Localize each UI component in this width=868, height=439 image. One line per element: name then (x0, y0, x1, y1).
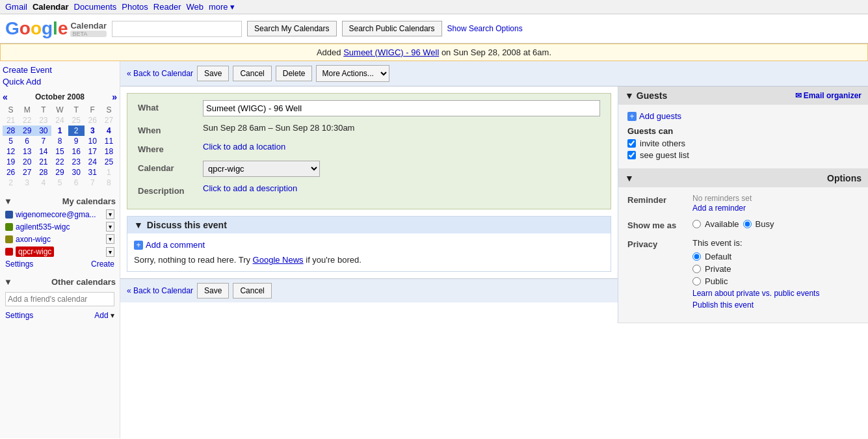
nav-web[interactable]: Web (186, 2, 204, 12)
mini-cal-cell[interactable]: 26 (85, 115, 101, 126)
calendar-menu-axon[interactable]: ▾ (106, 234, 114, 244)
mini-cal-cell[interactable]: 13 (19, 146, 35, 157)
mini-cal-cell[interactable]: 10 (85, 136, 101, 146)
mini-cal-cell[interactable]: 12 (3, 146, 19, 157)
mini-cal-cell[interactable]: 6 (68, 178, 85, 188)
where-link[interactable]: Click to add a location (203, 142, 285, 152)
mini-cal-cell[interactable]: 1 (51, 126, 68, 136)
search-input[interactable] (112, 21, 242, 37)
add-reminder-link[interactable]: Add a reminder (692, 204, 746, 213)
mini-cal-cell[interactable]: 3 (85, 126, 101, 136)
mini-cal-cell[interactable]: 11 (101, 136, 117, 146)
calendar-link-agilent[interactable]: agilent535-wigc (16, 222, 70, 232)
calendar-link-wigenomecore[interactable]: wigenomecore@gma... (16, 210, 96, 219)
mini-cal-cell[interactable]: 25 (101, 157, 117, 167)
mini-cal-cell[interactable]: 14 (35, 146, 51, 157)
add-friend-calendar-input[interactable] (5, 292, 114, 306)
options-header[interactable]: ▼ Options (618, 169, 868, 187)
bottom-cancel-button[interactable]: Cancel (233, 283, 271, 299)
invite-others-checkbox[interactable] (627, 139, 636, 148)
notification-event-link[interactable]: Sumeet (WIGC) - 96 Well (343, 47, 439, 57)
mini-cal-cell[interactable]: 16 (68, 146, 85, 157)
mini-cal-cell[interactable]: 20 (19, 157, 35, 167)
see-guest-list-checkbox[interactable] (627, 151, 636, 159)
discuss-header[interactable]: ▼ Discuss this event (127, 217, 611, 233)
nav-gmail[interactable]: Gmail (5, 2, 27, 12)
nav-documents[interactable]: Documents (74, 2, 117, 12)
my-calendars-header[interactable]: ▼ My calendars (3, 194, 117, 208)
nav-calendar[interactable]: Calendar (33, 2, 69, 12)
learn-about-link[interactable]: Learn about private vs. public events (692, 289, 859, 298)
calendar-select[interactable]: qpcr-wigc wigenomecore@gma... agilent535… (203, 161, 320, 177)
mini-cal-next[interactable]: » (112, 92, 117, 102)
cancel-button[interactable]: Cancel (233, 66, 271, 81)
busy-radio[interactable] (743, 220, 752, 228)
guests-header[interactable]: ▼ Guests ✉ Email organizer (618, 86, 868, 105)
mini-cal-cell[interactable]: 4 (35, 178, 51, 188)
mini-cal-cell[interactable]: 22 (19, 115, 35, 126)
email-organizer-link[interactable]: ✉ Email organizer (795, 91, 861, 100)
add-guests-link[interactable]: + Add guests (627, 111, 859, 121)
available-radio[interactable] (692, 220, 701, 228)
google-news-link[interactable]: Google News (253, 255, 304, 265)
mini-cal-cell[interactable]: 21 (35, 157, 51, 167)
delete-button[interactable]: Delete (276, 66, 313, 81)
calendar-menu-wigenomecore[interactable]: ▾ (106, 209, 114, 219)
mini-cal-cell[interactable]: 23 (35, 115, 51, 126)
show-search-options-link[interactable]: Show Search Options (447, 24, 523, 33)
search-public-calendars-button[interactable]: Search Public Calendars (342, 21, 442, 36)
mini-cal-cell[interactable]: 7 (85, 178, 101, 188)
other-settings-link[interactable]: Settings (5, 311, 33, 320)
mini-cal-cell[interactable]: 22 (51, 157, 68, 167)
mini-cal-cell[interactable]: 25 (68, 115, 85, 126)
settings-link[interactable]: Settings (5, 259, 33, 269)
mini-cal-cell[interactable]: 7 (35, 136, 51, 146)
nav-photos[interactable]: Photos (122, 2, 148, 12)
mini-cal-cell[interactable]: 8 (101, 178, 117, 188)
nav-reader[interactable]: Reader (153, 2, 181, 12)
bottom-save-button[interactable]: Save (197, 283, 229, 299)
mini-cal-cell[interactable]: 29 (51, 167, 68, 178)
create-calendar-link[interactable]: Create (91, 259, 114, 269)
calendar-menu-agilent[interactable]: ▾ (106, 222, 114, 232)
mini-cal-cell[interactable]: 24 (51, 115, 68, 126)
mini-cal-cell[interactable]: 28 (35, 167, 51, 178)
other-add-link[interactable]: Add (94, 311, 108, 320)
default-privacy-radio[interactable] (692, 252, 701, 261)
mini-cal-cell[interactable]: 2 (68, 126, 85, 136)
mini-cal-cell[interactable]: 28 (3, 126, 19, 136)
more-actions-select[interactable]: More Actions... Duplicate event Email gu… (316, 65, 389, 82)
mini-cal-cell[interactable]: 19 (3, 157, 19, 167)
mini-cal-cell[interactable]: 24 (85, 157, 101, 167)
mini-cal-cell[interactable]: 29 (19, 126, 35, 136)
nav-more[interactable]: more ▾ (209, 2, 235, 12)
mini-cal-cell[interactable]: 9 (68, 136, 85, 146)
calendar-link-axon[interactable]: axon-wigc (16, 235, 51, 244)
add-comment-link[interactable]: + Add a comment (134, 240, 604, 250)
private-privacy-radio[interactable] (692, 265, 701, 273)
mini-cal-cell[interactable]: 26 (3, 167, 19, 178)
mini-cal-cell[interactable]: 23 (68, 157, 85, 167)
other-calendars-header[interactable]: ▼ Other calendars (3, 275, 117, 289)
save-button[interactable]: Save (197, 66, 229, 81)
mini-cal-cell[interactable]: 8 (51, 136, 68, 146)
mini-cal-cell[interactable]: 15 (51, 146, 68, 157)
mini-cal-cell[interactable]: 30 (68, 167, 85, 178)
mini-cal-cell[interactable]: 6 (19, 136, 35, 146)
bottom-back-link[interactable]: « Back to Calendar (127, 286, 193, 295)
publish-link[interactable]: Publish this event (692, 300, 859, 310)
create-event-link[interactable]: Create Event (3, 65, 117, 75)
description-link[interactable]: Click to add a description (203, 183, 297, 193)
mini-cal-cell[interactable]: 5 (51, 178, 68, 188)
mini-cal-cell[interactable]: 5 (3, 136, 19, 146)
public-privacy-radio[interactable] (692, 277, 701, 286)
mini-cal-cell[interactable]: 30 (35, 126, 51, 136)
back-to-calendar-link[interactable]: « Back to Calendar (127, 69, 193, 78)
quick-add-link[interactable]: Quick Add (3, 77, 117, 86)
mini-cal-prev[interactable]: « (3, 92, 8, 102)
what-input[interactable] (203, 100, 600, 116)
mini-cal-cell[interactable]: 3 (19, 178, 35, 188)
mini-cal-cell[interactable]: 17 (85, 146, 101, 157)
search-my-calendars-button[interactable]: Search My Calendars (247, 21, 336, 36)
mini-cal-cell[interactable]: 18 (101, 146, 117, 157)
